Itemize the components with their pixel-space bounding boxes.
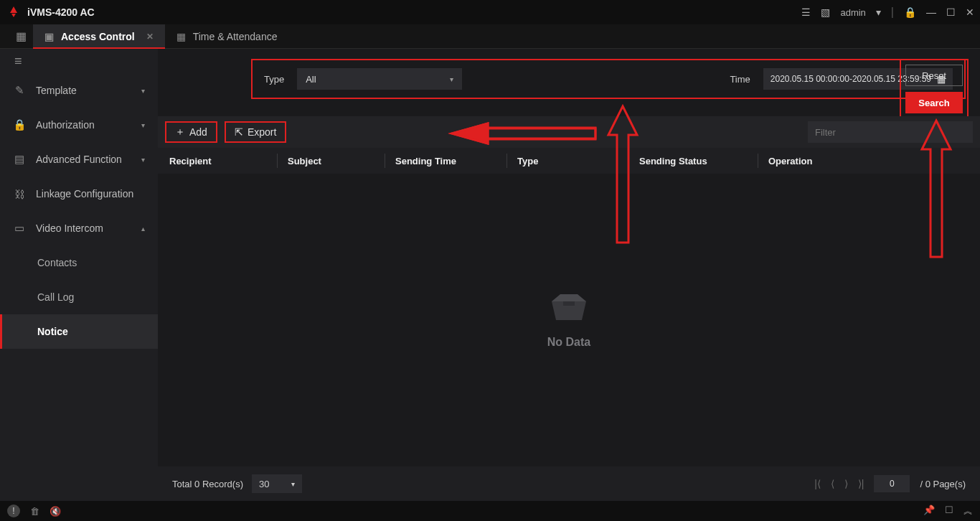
action-buttons: Reset Search — [900, 59, 969, 119]
filter-input[interactable] — [808, 121, 973, 143]
sidebar-item-label: Advanced Function — [36, 154, 122, 165]
pagination-bar: Total 0 Record(s) 30 ▾ |⟨ ⟨ ⟩ ⟩| / 0 Pag… — [158, 466, 980, 501]
lock-icon[interactable]: 🔒 — [904, 6, 916, 18]
sidebar-item-advanced[interactable]: ▤ Advanced Function ▾ — [0, 142, 158, 177]
reset-label: Reset — [922, 70, 946, 81]
caret-down-icon: ▾ — [291, 480, 295, 488]
advanced-icon: ▤ — [13, 153, 26, 166]
sidebar-sub-notice[interactable]: Notice — [0, 314, 158, 349]
content-area: Type All ▾ Time 2020.05.15 00:00:00-2020… — [158, 49, 980, 501]
page-size-value: 30 — [259, 479, 269, 489]
add-label: Add — [189, 126, 207, 138]
caret-down-icon: ▾ — [450, 75, 453, 83]
page-number-input[interactable] — [874, 475, 910, 492]
filter-row: Type All ▾ Time 2020.05.15 00:00:00-2020… — [251, 59, 966, 99]
separator: | — [891, 6, 894, 19]
sidebar-item-linkage[interactable]: ⛓ Linkage Configuration — [0, 177, 158, 211]
sidebar-item-label: Authorization — [36, 119, 95, 131]
type-label: Type — [264, 74, 284, 85]
app-title: iVMS-4200 AC — [27, 6, 95, 18]
sidebar-item-label: Template — [36, 85, 77, 96]
next-page-button[interactable]: ⟩ — [844, 478, 848, 489]
empty-box-icon — [547, 291, 590, 326]
chevron-down-icon: ▾ — [141, 87, 145, 95]
minimize-icon[interactable]: — — [926, 6, 936, 18]
chevron-down-icon: ▾ — [141, 156, 145, 164]
first-page-button[interactable]: |⟨ — [814, 478, 821, 489]
export-button[interactable]: ⇱ Export — [225, 121, 286, 143]
col-sending-time: Sending Time — [385, 154, 507, 168]
window-icon[interactable]: ☐ — [945, 504, 953, 517]
search-label: Search — [918, 98, 949, 108]
search-button[interactable]: Search — [905, 92, 963, 113]
sidebar-item-authorization[interactable]: 🔒 Authorization ▾ — [0, 108, 158, 142]
prev-page-button[interactable]: ⟨ — [831, 478, 834, 489]
access-control-icon: ▣ — [44, 31, 54, 42]
sidebar-sub-label: Call Log — [37, 291, 74, 303]
no-data-panel: No Data — [158, 174, 980, 466]
maximize-icon[interactable]: ☐ — [946, 6, 956, 18]
collapse-icon[interactable]: ︽ — [963, 504, 973, 517]
title-bar: iVMS-4200 AC ☰ ▧ admin ▾ | 🔒 — ☐ ✕ — [0, 0, 980, 24]
sidebar-item-video-intercom[interactable]: ▭ Video Intercom ▴ — [0, 211, 158, 245]
template-icon: ✎ — [13, 84, 26, 97]
table-header: Recipient Subject Sending Time Type Send… — [158, 148, 980, 174]
export-label: Export — [248, 126, 276, 138]
linkage-icon: ⛓ — [13, 188, 26, 200]
page-size-select[interactable]: 30 ▾ — [252, 474, 302, 493]
alert-icon[interactable]: ! — [7, 504, 20, 517]
export-icon: ⇱ — [235, 126, 243, 138]
calendar-icon: ▦ — [176, 31, 186, 42]
last-page-button[interactable]: ⟩| — [858, 478, 864, 489]
sidebar-toggle-icon[interactable]: ≡ — [0, 49, 158, 73]
tab-close-icon[interactable]: ✕ — [146, 32, 154, 42]
app-logo-icon — [6, 4, 22, 20]
type-select[interactable]: All ▾ — [297, 68, 462, 90]
reset-button[interactable]: Reset — [905, 65, 963, 86]
tab-time-attendance[interactable]: ▦ Time & Attendance — [165, 24, 289, 48]
col-type: Type — [507, 154, 628, 168]
svg-rect-3 — [563, 301, 575, 306]
col-recipient: Recipient — [169, 154, 277, 168]
plus-icon: ＋ — [175, 126, 185, 139]
add-button[interactable]: ＋ Add — [165, 121, 217, 143]
table-toolbar: ＋ Add ⇱ Export — [158, 116, 980, 148]
pages-total-label: / 0 Page(s) — [920, 479, 966, 489]
col-subject: Subject — [277, 154, 385, 168]
close-icon[interactable]: ✕ — [966, 6, 974, 18]
trash-icon[interactable]: 🗑 — [30, 506, 39, 517]
type-value: All — [306, 74, 316, 85]
sidebar-item-label: Video Intercom — [36, 222, 103, 234]
total-records-label: Total 0 Record(s) — [172, 479, 243, 489]
no-data-label: No Data — [547, 336, 590, 349]
chevron-up-icon: ▴ — [141, 225, 145, 233]
user-name[interactable]: admin — [840, 7, 865, 18]
col-operation: Operation — [758, 154, 969, 168]
sidebar: ≡ ✎ Template ▾ 🔒 Authorization ▾ ▤ Advan… — [0, 49, 158, 501]
sidebar-sub-label: Contacts — [37, 257, 77, 268]
mute-icon[interactable]: 🔇 — [50, 506, 61, 517]
tab-label: Time & Attendance — [193, 31, 278, 42]
time-label: Time — [730, 74, 750, 85]
list-icon[interactable]: ☰ — [801, 6, 811, 18]
tab-bar: ▦ ▣ Access Control ✕ ▦ Time & Attendance — [0, 24, 980, 49]
user-dropdown-icon[interactable]: ▾ — [876, 6, 881, 18]
sidebar-sub-label: Notice — [37, 326, 68, 337]
intercom-icon: ▭ — [13, 222, 26, 235]
sidebar-item-template[interactable]: ✎ Template ▾ — [0, 73, 158, 108]
lock-icon: 🔒 — [13, 118, 26, 131]
sidebar-item-label: Linkage Configuration — [36, 188, 133, 200]
sidebar-sub-contacts[interactable]: Contacts — [0, 245, 158, 280]
tab-label: Access Control — [61, 31, 135, 42]
status-bar: ! 🗑 🔇 📌 ☐ ︽ — [0, 501, 980, 521]
pin-icon[interactable]: 📌 — [923, 504, 935, 517]
sidebar-sub-call-log[interactable]: Call Log — [0, 280, 158, 314]
col-sending-status: Sending Status — [628, 154, 758, 168]
chevron-down-icon: ▾ — [141, 121, 145, 129]
tab-access-control[interactable]: ▣ Access Control ✕ — [33, 24, 165, 48]
main-area: ≡ ✎ Template ▾ 🔒 Authorization ▾ ▤ Advan… — [0, 49, 980, 501]
image-icon[interactable]: ▧ — [821, 6, 830, 18]
apps-grid-icon[interactable]: ▦ — [9, 24, 33, 48]
